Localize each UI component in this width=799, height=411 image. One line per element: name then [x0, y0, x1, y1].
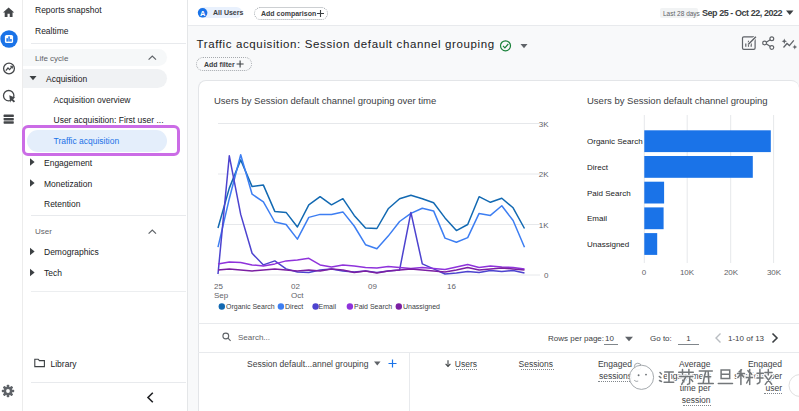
svg-text:A: A: [200, 9, 206, 18]
